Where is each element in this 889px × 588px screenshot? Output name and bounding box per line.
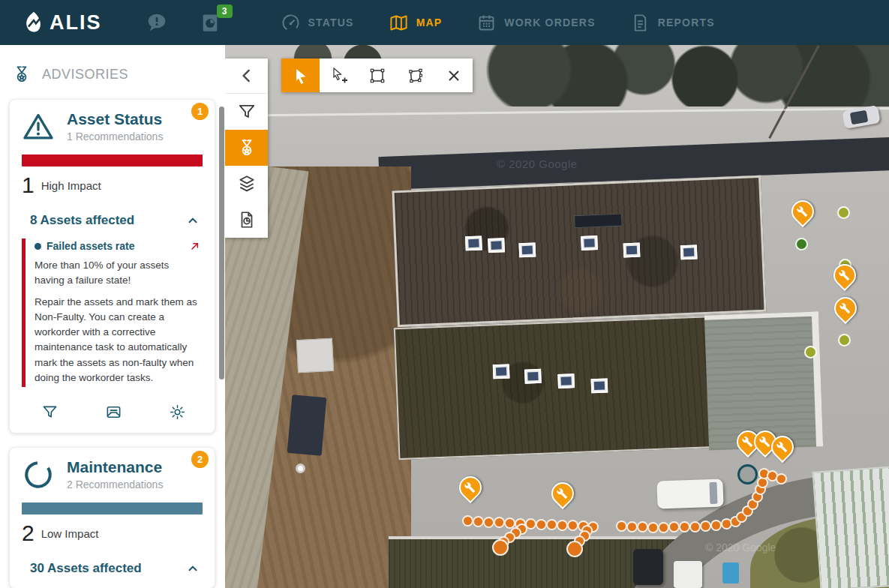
map-advisories-button[interactable] — [225, 130, 268, 166]
advisory-card-asset-status[interactable]: 1 Asset Status 1 Recommendations 1 High … — [9, 99, 215, 434]
maintenance-pin-marker[interactable] — [830, 292, 861, 324]
asset-dot-marker[interactable] — [776, 473, 787, 484]
advisory-detail-block: Failed assets rate More than 10% of your… — [22, 238, 203, 387]
healthy-asset-marker[interactable] — [837, 206, 850, 219]
asset-dot-marker[interactable] — [473, 516, 484, 527]
medal-icon — [12, 64, 32, 84]
nav-item-reports[interactable]: REPORTS — [630, 13, 715, 33]
wrench-icon — [797, 206, 808, 218]
file-chart-icon — [237, 210, 257, 230]
maintenance-pin-marker[interactable] — [455, 472, 486, 503]
asset-dot-marker[interactable] — [679, 521, 690, 532]
nav-label: STATUS — [308, 16, 354, 28]
recommendation-count-badge: 1 — [191, 103, 209, 120]
wrench-icon — [776, 442, 788, 453]
maintenance-pin-marker[interactable] — [829, 260, 860, 291]
healthy-asset-marker[interactable] — [838, 334, 851, 346]
asset-dot-marker[interactable] — [647, 522, 659, 533]
maintenance-pin-marker[interactable] — [787, 196, 818, 227]
map-markers-layer — [225, 45, 889, 588]
layers-icon — [237, 174, 257, 194]
wrench-icon — [742, 436, 753, 448]
alis-logo[interactable]: ALIS — [21, 10, 102, 35]
asset-dot-marker[interactable] — [658, 522, 669, 533]
maintenance-pin-marker[interactable] — [547, 478, 578, 509]
sidebar-scrollbar[interactable] — [219, 106, 224, 380]
advisory-card-maintenance[interactable]: 2 Maintenance 2 Recommendations 2 Low Im… — [9, 447, 215, 588]
wrench-icon — [464, 482, 476, 494]
report-file-icon — [630, 13, 650, 33]
warning-triangle-icon — [22, 111, 55, 142]
sidebar-title: ADVISORIES — [42, 67, 128, 82]
asset-dot-marker[interactable] — [616, 520, 627, 532]
logo-text: ALIS — [50, 11, 102, 34]
card-subtitle: 1 Recommendations — [67, 130, 163, 142]
filter-icon — [237, 102, 257, 122]
asset-dot-marker[interactable] — [462, 515, 473, 526]
impact-count: 1 — [22, 174, 35, 196]
advisory-title: Failed assets rate — [47, 240, 184, 252]
card-title: Maintenance — [67, 458, 163, 476]
top-navbar: ALIS 3 STATUS — [0, 0, 889, 45]
sidebar-header: ADVISORIES — [0, 45, 225, 98]
asset-dot-marker[interactable] — [494, 517, 505, 528]
advisory-detail: Repair the assets and mark them as Non-F… — [35, 295, 201, 386]
card-subtitle: 2 Recommendations — [67, 478, 163, 490]
asset-dot-marker[interactable] — [557, 520, 568, 531]
alis-leaf-icon — [21, 10, 47, 35]
asset-dot-marker[interactable] — [492, 539, 509, 556]
nav-item-map[interactable]: MAP — [389, 13, 443, 33]
recommendation-count-badge: 2 — [191, 451, 209, 468]
assets-affected-label: 8 Assets affected — [30, 213, 134, 228]
healthy-asset-marker[interactable] — [804, 346, 817, 358]
asset-dot-marker[interactable] — [626, 521, 638, 532]
wrench-icon — [557, 488, 568, 500]
chevron-up-icon — [186, 562, 200, 575]
new-reports-button[interactable]: 3 — [200, 11, 222, 34]
asset-dot-marker[interactable] — [700, 520, 711, 532]
map-icon — [389, 13, 409, 33]
open-advisory-arrow-icon[interactable] — [189, 240, 201, 252]
impact-bar — [22, 502, 203, 514]
mail-icon[interactable] — [105, 404, 122, 421]
gear-icon[interactable] — [169, 404, 186, 421]
filter-icon[interactable] — [41, 404, 59, 421]
asset-dot-marker[interactable] — [668, 521, 680, 532]
collapse-panel-button[interactable] — [225, 58, 268, 94]
advisory-summary: More than 10% of your assets having a fa… — [35, 258, 201, 289]
cursor-icon — [292, 67, 310, 85]
select-cursor-button[interactable] — [281, 58, 320, 92]
map-layers-button[interactable] — [225, 166, 268, 202]
map-report-button[interactable] — [225, 202, 268, 238]
map-tool-rail — [225, 58, 268, 238]
nav-item-status[interactable]: STATUS — [281, 13, 354, 33]
map-filter-button[interactable] — [225, 94, 268, 130]
nav-item-work-orders[interactable]: WORK ORDERS — [476, 13, 595, 33]
maintenance-circle-icon — [22, 459, 55, 490]
asset-dot-marker[interactable] — [566, 541, 583, 557]
notifications-button[interactable] — [146, 11, 168, 34]
map-canvas[interactable]: © 2020 Google © 2020 Google — [225, 45, 889, 588]
add-select-cursor-button[interactable] — [320, 58, 358, 92]
asset-dot-marker[interactable] — [546, 519, 557, 530]
impact-bar — [22, 154, 203, 166]
asset-dot-marker[interactable] — [567, 520, 578, 531]
healthy-asset-marker[interactable] — [795, 238, 808, 250]
asset-dot-marker[interactable] — [637, 521, 648, 532]
assets-affected-toggle[interactable]: 30 Assets affected — [22, 561, 203, 576]
polygon-select-button[interactable] — [396, 58, 434, 92]
asset-dot-marker[interactable] — [536, 519, 547, 530]
gauge-icon — [281, 13, 301, 33]
medal-icon — [237, 138, 257, 158]
assets-affected-toggle[interactable]: 8 Assets affected — [22, 213, 203, 228]
asset-dot-marker[interactable] — [689, 521, 701, 532]
asset-dot-marker[interactable] — [483, 517, 494, 528]
rect-select-button[interactable] — [358, 58, 396, 92]
impact-count: 2 — [22, 522, 35, 544]
wrench-icon — [759, 436, 770, 448]
close-toolbar-button[interactable] — [434, 58, 473, 92]
impact-label: Low Impact — [41, 527, 99, 540]
cursor-plus-icon — [330, 67, 348, 85]
polygon-select-icon — [407, 67, 425, 85]
asset-dot-marker[interactable] — [710, 520, 722, 531]
